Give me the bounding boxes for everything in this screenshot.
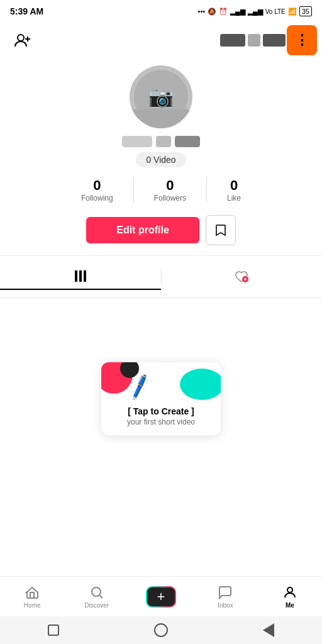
likes-count: 0 [230, 177, 238, 194]
three-dots-icon: ⋮ [295, 33, 309, 47]
mute-icon: 🔕 [208, 8, 216, 16]
triangle-icon [263, 623, 274, 637]
square-icon [48, 625, 59, 636]
volte-icon: Vo LTE [265, 8, 286, 15]
signal-bars-icon: ▂▄▆ [230, 8, 245, 16]
username-blocks [122, 136, 200, 147]
username-bar-2 [248, 34, 260, 47]
system-bar [0, 616, 322, 644]
create-card-title: [ Tap to Create ] [110, 406, 212, 416]
add-user-button[interactable] [10, 28, 35, 53]
blob-teal [180, 369, 221, 400]
tab-grid[interactable] [0, 264, 161, 290]
nav-home[interactable]: Home [0, 585, 64, 609]
svg-point-9 [287, 587, 292, 592]
username-block-2 [156, 136, 171, 147]
followers-label: Followers [154, 194, 186, 203]
nav-plus-icon: + [157, 590, 165, 604]
video-badge: 0 Video [136, 152, 186, 167]
svg-rect-5 [84, 270, 86, 282]
nav-back-button[interactable] [45, 621, 62, 639]
nav-home-label: Home [24, 602, 41, 609]
alarm-icon: ⏰ [219, 8, 228, 16]
nav-recent-button[interactable] [260, 621, 277, 639]
more-menu-button[interactable]: ⋮ [287, 25, 317, 55]
edit-profile-button[interactable]: Edit profile [86, 217, 199, 243]
camera-icon: 📷 [148, 85, 174, 109]
followers-count: 0 [166, 177, 174, 194]
likes-label: Like [227, 194, 241, 203]
username-block-1 [122, 136, 152, 147]
action-buttons: Edit profile [86, 215, 236, 245]
nav-plus[interactable]: + [129, 586, 193, 608]
create-card-subtitle: your first short video [110, 418, 212, 426]
create-card-art: 🖊️ [101, 362, 221, 400]
following-stat[interactable]: 0 Following [61, 177, 134, 203]
svg-point-7 [92, 587, 101, 596]
create-card-text: [ Tap to Create ] your first short video [101, 400, 221, 435]
svg-rect-4 [79, 270, 82, 282]
username-bar-1 [220, 34, 245, 47]
status-icons: ••• 🔕 ⏰ ▂▄▆ ▂▄▆ Vo LTE 📶 35 [198, 6, 312, 16]
nav-me-label: Me [286, 602, 294, 609]
signal-bars2-icon: ▂▄▆ [248, 8, 263, 16]
username-bar-3 [263, 34, 286, 47]
username-block-3 [175, 136, 200, 147]
avatar-bottom [130, 109, 192, 128]
tab-icons-row [0, 256, 322, 298]
nav-discover-label: Discover [84, 602, 109, 609]
bookmark-button[interactable] [206, 215, 236, 245]
likes-stat[interactable]: 0 Like [207, 177, 261, 203]
signal-dots-icon: ••• [198, 8, 206, 15]
svg-line-8 [99, 595, 103, 598]
wifi-icon: 📶 [288, 8, 297, 16]
avatar: 📷 [130, 65, 192, 128]
bottom-nav: Home Discover + Inbox Me [0, 576, 322, 616]
content-area: 🖊️ [ Tap to Create ] your first short vi… [0, 298, 322, 499]
status-bar: 5:39 AM ••• 🔕 ⏰ ▂▄▆ ▂▄▆ Vo LTE 📶 35 [0, 0, 322, 23]
profile-section: 📷 0 Video 0 Following 0 Followers 0 Like… [0, 58, 322, 255]
nav-inbox[interactable]: Inbox [193, 585, 257, 609]
nav-me[interactable]: Me [258, 585, 322, 609]
following-label: Following [81, 194, 113, 203]
stats-row: 0 Following 0 Followers 0 Like [10, 177, 312, 203]
nav-plus-button[interactable]: + [146, 586, 176, 608]
tab-heart[interactable] [162, 264, 323, 290]
nav-inbox-label: Inbox [218, 602, 233, 609]
create-card[interactable]: 🖊️ [ Tap to Create ] your first short vi… [101, 362, 221, 435]
status-time: 5:39 AM [10, 6, 43, 16]
battery-icon: 35 [299, 6, 312, 16]
nav-discover[interactable]: Discover [64, 585, 128, 609]
circle-icon [154, 623, 168, 637]
followers-stat[interactable]: 0 Followers [134, 177, 207, 203]
svg-rect-3 [75, 270, 77, 282]
following-count: 0 [93, 177, 101, 194]
svg-point-0 [18, 35, 24, 41]
top-nav: ▾ ⋮ [0, 23, 322, 58]
nav-home-button[interactable] [152, 621, 170, 639]
